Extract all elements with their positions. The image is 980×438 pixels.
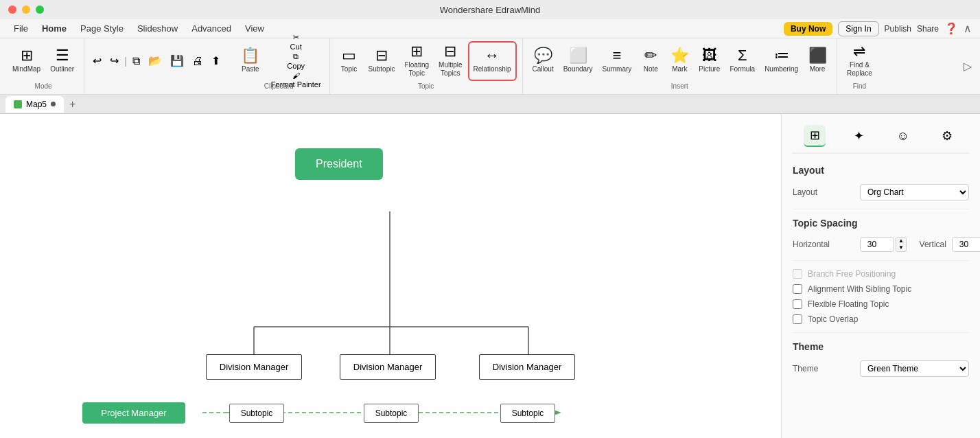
panel-tab-emoji[interactable]: ☺	[892, 125, 914, 147]
floating-topic-icon: ⊞	[410, 44, 423, 59]
numbering-icon: ≔	[774, 48, 789, 63]
sign-in-button[interactable]: Sign In	[838, 21, 878, 36]
callout-button[interactable]: 💬 Callout	[528, 41, 558, 81]
branch-free-checkbox[interactable]	[793, 269, 802, 279]
publish-button[interactable]: Publish	[885, 24, 911, 34]
horizontal-stepper[interactable]: ▲ ▼	[896, 237, 907, 252]
manager1-node[interactable]: Division Manager	[206, 354, 302, 380]
boundary-icon: ⬜	[569, 48, 587, 63]
manager3-node[interactable]: Division Manager	[479, 354, 575, 380]
menu-home[interactable]: Home	[36, 22, 72, 35]
close-button[interactable]	[8, 5, 16, 14]
horizontal-input[interactable]	[860, 237, 894, 252]
topic-overlap-label: Topic Overlap	[808, 314, 858, 324]
main-area: President Division Manager Division Mana…	[0, 114, 980, 438]
tab-unsaved-dot	[51, 102, 56, 106]
topic-section-label: Topic	[330, 82, 522, 90]
flexible-checkbox[interactable]	[793, 299, 802, 309]
app-title: Wondershare EdrawMind	[440, 5, 540, 15]
find-section-label: Find	[837, 82, 882, 90]
minimize-button[interactable]	[22, 5, 30, 14]
floating-topic-button[interactable]: ⊞ FloatingTopic	[400, 41, 433, 81]
note-button[interactable]: ✏ Note	[637, 41, 664, 81]
print-button[interactable]: 🖨	[189, 52, 206, 70]
maximize-button[interactable]	[36, 5, 44, 14]
menu-file[interactable]: File	[8, 22, 34, 35]
mark-button[interactable]: ⭐ Mark	[666, 41, 693, 81]
export-button[interactable]: ⬆	[209, 51, 223, 70]
divider-3	[793, 332, 969, 333]
subtopic-button[interactable]: ⊟ Subtopic	[364, 41, 399, 81]
share-button[interactable]: Share	[917, 24, 939, 34]
multiple-topics-button[interactable]: ⊟ MultipleTopics	[434, 41, 466, 81]
relationship-button[interactable]: ↔ Relationship	[468, 41, 517, 81]
redo-button[interactable]: ↪	[107, 51, 121, 70]
paste-label: Paste	[242, 65, 259, 73]
subtopic-1-3[interactable]: Subtopic	[500, 404, 555, 423]
menu-page-style[interactable]: Page Style	[75, 22, 129, 35]
expand-icon[interactable]: ∧	[964, 22, 972, 35]
outliner-button[interactable]: ☰ Outliner	[46, 41, 78, 81]
undo-button[interactable]: ↩	[90, 51, 104, 70]
menu-advanced[interactable]: Advanced	[186, 22, 237, 35]
numbering-button[interactable]: ≔ Numbering	[760, 41, 802, 81]
save-button[interactable]: 💾	[167, 51, 187, 70]
mode-section: ⊞ MindMap ☰ Outliner Mode	[3, 38, 84, 94]
find-replace-button[interactable]: ⇌ Find &Replace	[843, 41, 876, 81]
vertical-input[interactable]	[952, 237, 980, 252]
more-button[interactable]: ⬛ More	[804, 41, 831, 81]
menu-slideshow[interactable]: Slideshow	[132, 22, 183, 35]
divider-1	[793, 209, 969, 209]
picture-button[interactable]: 🖼 Picture	[695, 41, 724, 81]
summary-button[interactable]: ≡ Summary	[598, 41, 636, 81]
paste-button[interactable]: 📋 Paste	[234, 41, 267, 81]
formula-label: Formula	[730, 65, 755, 73]
collapse-panel-button[interactable]: ▷	[964, 60, 972, 73]
alignment-checkbox[interactable]	[793, 284, 802, 294]
outliner-label: Outliner	[50, 65, 74, 73]
horizontal-up[interactable]: ▲	[896, 238, 906, 244]
topic-section: ▭ Topic ⊟ Subtopic ⊞ FloatingTopic ⊟ Mul…	[330, 38, 523, 94]
president-label: President	[316, 158, 362, 170]
manager2-node[interactable]: Division Manager	[340, 354, 436, 380]
panel-tab-layout[interactable]: ⊞	[804, 125, 826, 147]
panel-tab-magic[interactable]: ✦	[848, 125, 870, 147]
topic-overlap-checkbox[interactable]	[793, 314, 802, 324]
formula-button[interactable]: Σ Formula	[725, 41, 759, 81]
mark-label: Mark	[672, 65, 687, 73]
open-folder-button[interactable]: 📂	[145, 51, 165, 70]
project1-node[interactable]: Project Manager	[82, 402, 185, 424]
find-replace-icon: ⇌	[853, 44, 865, 59]
duplicate-button[interactable]: ⧉	[130, 52, 143, 70]
floating-topic-label: FloatingTopic	[404, 61, 429, 78]
cut-button[interactable]: ✂ Cut	[268, 33, 324, 51]
panel-tab-settings[interactable]: ⚙	[936, 125, 958, 147]
buy-now-button[interactable]: Buy Now	[784, 22, 832, 36]
divider-2	[793, 260, 969, 261]
copy-button[interactable]: ⧉ Copy	[268, 52, 324, 70]
horizontal-down[interactable]: ▼	[896, 244, 906, 251]
menu-view[interactable]: View	[240, 22, 270, 35]
boundary-button[interactable]: ⬜ Boundary	[559, 41, 597, 81]
manager3-label: Division Manager	[493, 362, 561, 372]
layout-select[interactable]: Org Chart Mind Map	[860, 184, 969, 200]
subtopic-1-2[interactable]: Subtopic	[364, 404, 419, 423]
new-tab-button[interactable]: +	[67, 98, 78, 111]
topic-button[interactable]: ▭ Topic	[336, 41, 363, 81]
theme-select[interactable]: Green Theme Blue Theme	[860, 360, 969, 377]
help-icon[interactable]: ❓	[944, 22, 958, 35]
more-icon: ⬛	[808, 48, 827, 63]
flexible-row: Flexible Floating Topic	[793, 299, 969, 309]
tab-map5-label: Map5	[26, 100, 47, 109]
tab-map5[interactable]: Map5	[5, 96, 64, 113]
manager1-label: Division Manager	[220, 362, 288, 372]
president-node[interactable]: President	[295, 148, 383, 180]
relationship-label: Relationship	[474, 65, 511, 73]
canvas[interactable]: President Division Manager Division Mana…	[0, 114, 781, 438]
find-replace-label: Find &Replace	[847, 61, 872, 78]
topic-spacing-title: Topic Spacing	[793, 218, 969, 229]
right-panel: ⊞ ✦ ☺ ⚙ Layout Layout Org Chart Mind Map…	[781, 114, 980, 438]
subtopic-1-1[interactable]: Subtopic	[229, 404, 284, 423]
insert-section: 💬 Callout ⬜ Boundary ≡ Summary ✏ Note ⭐ …	[523, 38, 837, 94]
mindmap-button[interactable]: ⊞ MindMap	[8, 41, 45, 81]
